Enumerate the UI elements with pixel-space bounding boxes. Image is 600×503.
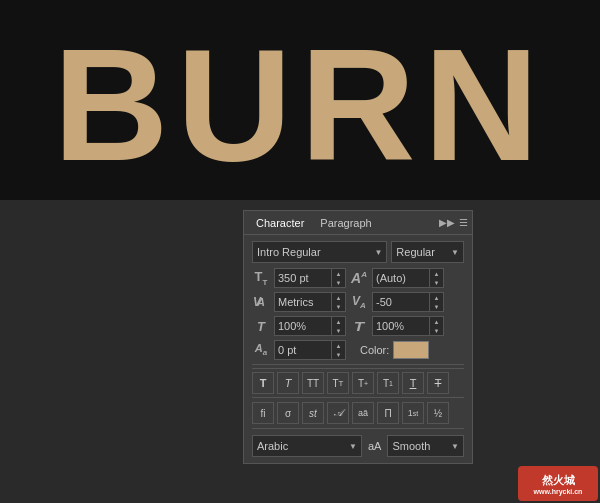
leading-down-arrow[interactable]: ▼	[430, 278, 443, 287]
size-icon: TT	[252, 269, 270, 287]
baseline-down-arrow[interactable]: ▼	[332, 350, 345, 359]
tracking-arrows[interactable]: ▲ ▼	[429, 293, 443, 311]
panel-forward-icon[interactable]: ▶▶	[439, 217, 455, 228]
vscale-arrows[interactable]: ▲ ▼	[331, 317, 345, 335]
vscale-value: 100%	[275, 320, 331, 332]
sigma-btn[interactable]: σ	[277, 402, 299, 424]
vscale-input[interactable]: 100% ▲ ▼	[274, 316, 346, 336]
font-style-label: Regular	[396, 246, 435, 258]
watermark: 然火城 www.hrycki.cn	[518, 466, 598, 501]
strikethrough-style-btn[interactable]: T	[427, 372, 449, 394]
leading-arrows[interactable]: ▲ ▼	[429, 269, 443, 287]
font-name-arrow: ▼	[374, 248, 382, 257]
special-chars-row: fi σ st 𝒜 aā Π 1st ½	[252, 402, 464, 429]
divider-1	[252, 364, 464, 365]
tracking-icon: VA	[350, 294, 368, 310]
bold-style-btn[interactable]: T	[252, 372, 274, 394]
hscale-up-arrow[interactable]: ▲	[430, 317, 443, 326]
tab-paragraph[interactable]: Paragraph	[312, 213, 379, 233]
language-select[interactable]: Arabic ▼	[252, 435, 362, 457]
font-style-select[interactable]: Regular ▼	[391, 241, 464, 263]
font-name-select[interactable]: Intro Regular ▼	[252, 241, 387, 263]
size-down-arrow[interactable]: ▼	[332, 278, 345, 287]
kerning-arrows[interactable]: ▲ ▼	[331, 293, 345, 311]
smooth-value: Smooth	[392, 440, 430, 452]
panel-tab-icons: ▶▶ ☰	[439, 217, 468, 228]
vscale-up-arrow[interactable]: ▲	[332, 317, 345, 326]
size-up-arrow[interactable]: ▲	[332, 269, 345, 278]
tracking-value: -50	[373, 296, 429, 308]
baseline-icon: Aa	[252, 342, 270, 357]
smooth-arrow: ▼	[451, 442, 459, 451]
baseline-value: 0 pt	[275, 344, 331, 356]
vscale-icon: T	[252, 319, 270, 334]
canvas-area: BURN	[0, 0, 600, 200]
scale-row: T 100% ▲ ▼ T 100% ▲ ▼	[252, 316, 464, 336]
baseline-color-row: Aa 0 pt ▲ ▼ Color:	[252, 340, 464, 360]
hscale-input[interactable]: 100% ▲ ▼	[372, 316, 444, 336]
fraction-btn[interactable]: ½	[427, 402, 449, 424]
dark-area: Character Paragraph ▶▶ ☰ Intro Regular ▼…	[0, 200, 600, 503]
size-value: 350 pt	[275, 272, 331, 284]
tracking-input[interactable]: -50 ▲ ▼	[372, 292, 444, 312]
baseline-up-arrow[interactable]: ▲	[332, 341, 345, 350]
watermark-line2: www.hrycki.cn	[534, 488, 583, 495]
kerning-down-arrow[interactable]: ▼	[332, 302, 345, 311]
baseline-input[interactable]: 0 pt ▲ ▼	[274, 340, 346, 360]
size-arrows[interactable]: ▲ ▼	[331, 269, 345, 287]
bottom-row: Arabic ▼ aA Smooth ▼	[252, 435, 464, 457]
smallcaps-style-btn[interactable]: TT	[327, 372, 349, 394]
ligature-fi-btn[interactable]: fi	[252, 402, 274, 424]
tracking-up-arrow[interactable]: ▲	[430, 293, 443, 302]
font-row: Intro Regular ▼ Regular ▼	[252, 241, 464, 263]
kerning-tracking-row: VA Metrics ▲ ▼ VA -50 ▲ ▼	[252, 292, 464, 312]
style-buttons-row: T T TT TT T+ T1 T T	[252, 368, 464, 398]
color-swatch[interactable]	[393, 341, 429, 359]
hscale-icon: T	[347, 319, 370, 334]
burn-text: BURN	[53, 15, 547, 185]
vscale-down-arrow[interactable]: ▼	[332, 326, 345, 335]
pi-btn[interactable]: Π	[377, 402, 399, 424]
panel-body: Intro Regular ▼ Regular ▼ TT 350 pt ▲ ▼	[244, 235, 472, 463]
kerning-up-arrow[interactable]: ▲	[332, 293, 345, 302]
hscale-value: 100%	[373, 320, 429, 332]
underline-style-btn[interactable]: T	[402, 372, 424, 394]
oldstyle-aa-btn[interactable]: aā	[352, 402, 374, 424]
kerning-value: Metrics	[275, 296, 331, 308]
language-value: Arabic	[257, 440, 288, 452]
watermark-line1: 然火城	[542, 473, 575, 488]
character-panel: Character Paragraph ▶▶ ☰ Intro Regular ▼…	[243, 210, 473, 464]
leading-up-arrow[interactable]: ▲	[430, 269, 443, 278]
st-btn[interactable]: st	[302, 402, 324, 424]
leading-input[interactable]: (Auto) ▲ ▼	[372, 268, 444, 288]
subscript-style-btn[interactable]: T1	[377, 372, 399, 394]
font-style-arrow: ▼	[451, 248, 459, 257]
ordinal-btn[interactable]: 1st	[402, 402, 424, 424]
hscale-arrows[interactable]: ▲ ▼	[429, 317, 443, 335]
tab-character[interactable]: Character	[248, 213, 312, 233]
italic-style-btn[interactable]: T	[277, 372, 299, 394]
kerning-icon: VA	[252, 295, 270, 309]
size-leading-row: TT 350 pt ▲ ▼ AA (Auto) ▲ ▼	[252, 268, 464, 288]
leading-icon: AA	[350, 270, 368, 286]
color-label: Color:	[360, 344, 389, 356]
swash-a-btn[interactable]: 𝒜	[327, 402, 349, 424]
font-name-label: Intro Regular	[257, 246, 321, 258]
size-input[interactable]: 350 pt ▲ ▼	[274, 268, 346, 288]
hscale-down-arrow[interactable]: ▼	[430, 326, 443, 335]
panel-tabs: Character Paragraph ▶▶ ☰	[244, 211, 472, 235]
superscript-style-btn[interactable]: T+	[352, 372, 374, 394]
kerning-input[interactable]: Metrics ▲ ▼	[274, 292, 346, 312]
allcaps-style-btn[interactable]: TT	[302, 372, 324, 394]
panel-menu-icon[interactable]: ☰	[459, 217, 468, 228]
aa-label: aA	[366, 440, 383, 452]
baseline-arrows[interactable]: ▲ ▼	[331, 341, 345, 359]
language-arrow: ▼	[349, 442, 357, 451]
leading-value: (Auto)	[373, 272, 429, 284]
tracking-down-arrow[interactable]: ▼	[430, 302, 443, 311]
smooth-select[interactable]: Smooth ▼	[387, 435, 464, 457]
